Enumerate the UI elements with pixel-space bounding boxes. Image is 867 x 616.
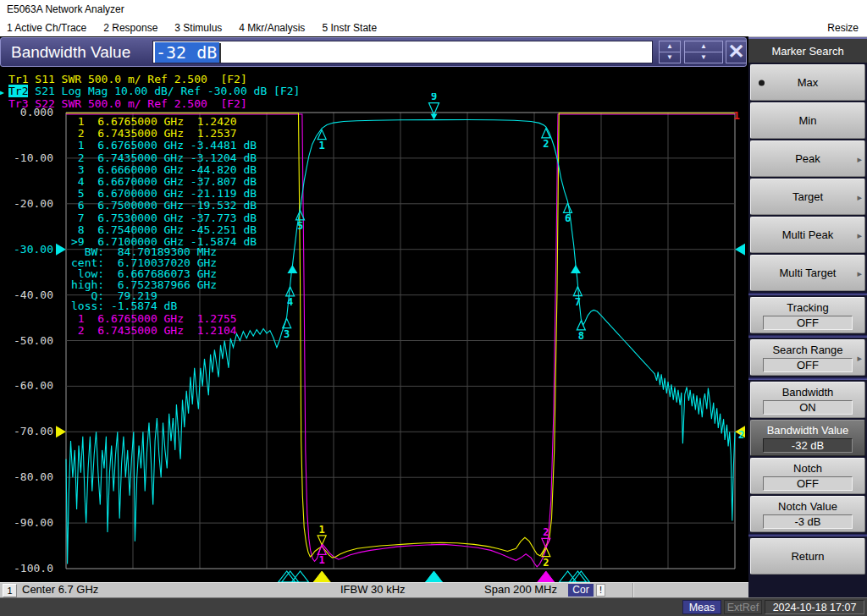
marker-number: 1 [71,140,85,151]
sidebar-button-notch[interactable]: NotchOFF [750,458,865,494]
marker-frequency: 6.7435000 GHz [97,127,184,140]
sidebar-button-notch-value[interactable]: Notch Value-3 dB [750,496,865,532]
sidebar-button-multi-peak[interactable]: Multi Peak▸ [750,217,865,253]
arrow-down-icon: ▼ [700,54,707,61]
y-axis-label: -30.00 [14,243,53,256]
marker-frequency: 6.7435000 GHz [97,151,184,164]
menu-item-2-response[interactable]: 2 Response [103,22,157,34]
marker-4[interactable]: 4 [286,287,295,308]
svg-text:9: 9 [431,93,437,102]
svg-text:1: 1 [319,140,325,151]
spinner-up-button[interactable]: ▲ [685,41,722,52]
marker-number: 1 [71,116,85,128]
menu-group-divider [748,377,867,380]
sidebar-button-return[interactable]: Return [750,538,865,575]
menu-item-4-mkr-analysis[interactable]: 4 Mkr/Analysis [239,22,305,34]
marker-row: 56.6700000 GHz-21.119 dB [71,188,257,200]
marker-frequency: 6.7500000 GHz [97,199,184,212]
sidebar-button-multi-target[interactable]: Multi Target▸ [750,255,865,291]
spinner-down-button[interactable]: ▼ [660,52,680,63]
marker-frequency: 6.7540000 GHz [97,223,184,236]
marker-row: 26.7435000 GHz 1.2537 [71,128,257,140]
bandwidth-row: loss: -1.5874 dB [71,301,217,312]
marker-frequency: 6.6670000 GHz [97,175,184,188]
button-label: Max [798,76,819,89]
svg-text:2: 2 [543,557,549,569]
marker-value: 1.2420 [191,115,237,128]
marker-value: 1.2755 [191,312,237,325]
marker-number: 5 [71,188,85,200]
softkey-menu: Marker Search MaxMinPeak▸Target▸Multi Pe… [748,37,867,597]
marker-number: 2 [71,128,85,140]
marker-frequency: 6.7435000 GHz [97,324,184,337]
menu-item-5-instr-state[interactable]: 5 Instr State [322,22,377,34]
button-label: Multi Target [780,267,837,279]
marker-frequency: 6.6660000 GHz [97,163,184,176]
marker-row: 16.6765000 GHz 1.2420 [71,116,257,128]
menu-bar: 1 Active Ch/Trace2 Response3 Stimulus4 M… [0,19,867,37]
button-label: Bandwidth [782,386,834,399]
sidebar-button-bandwidth[interactable]: BandwidthON [750,382,865,418]
svg-text:4: 4 [287,296,293,308]
button-label: Tracking [787,301,828,314]
y-axis-label: -50.00 [14,334,53,347]
sidebar-button-min[interactable]: Min [750,102,865,139]
svg-text:1: 1 [319,554,325,566]
submenu-arrow-icon: ▸ [857,267,862,278]
marker-1[interactable]: 1 [318,524,326,545]
softkey-menu-title: Marker Search [748,37,867,63]
marker-value: -45.251 dB [191,223,257,236]
marker-row: 26.7435000 GHz-3.1204 dB [71,152,257,164]
sidebar-button-peak[interactable]: Peak▸ [750,140,865,177]
analyzer-screen: Bandwidth Value -32 dB ▲ ▼ ▲ ▼ ✕ Tr1 S11… [0,36,748,582]
button-label: Return [791,550,824,563]
marker-number: 7 [71,212,85,224]
menu-item-3-stimulus[interactable]: 3 Stimulus [174,22,222,34]
sidebar-button-max[interactable]: Max [750,64,865,101]
marker-9-active[interactable]: 9 [429,93,439,120]
datetime-display: 2024-10-18 17:07 [765,600,864,614]
svg-text:2: 2 [543,138,549,150]
svg-text:7: 7 [575,296,581,308]
app-window: E5063A Network Analyzer 1 Active Ch/Trac… [0,0,867,616]
entry-value-input[interactable]: -32 dB [152,41,653,63]
statusbar-divider [632,583,634,598]
y-axis-label: -10.00 [14,151,53,164]
arrow-up-icon: ▲ [666,43,673,50]
marker-2[interactable]: 2 [542,526,550,547]
button-value: OFF [763,476,853,491]
marker-number: 4 [71,176,85,188]
close-icon: ✕ [727,40,744,63]
resize-button[interactable]: Resize [827,22,859,34]
marker-frequency: 6.6765000 GHz [97,139,184,151]
button-value: -32 dB [763,438,853,453]
y-axis-label: -60.00 [14,379,53,392]
menu-item-1-active-ch-trace[interactable]: 1 Active Ch/Trace [7,22,86,34]
marker-3[interactable]: 3 [283,319,291,340]
sidebar-button-tracking[interactable]: TrackingOFF [750,297,865,333]
entry-close-button[interactable]: ✕ [726,41,747,63]
submenu-arrow-icon: ▸ [857,352,862,363]
bandwidth-value: -1.5874 dB [104,300,177,312]
button-label: Min [799,114,817,127]
arrow-down-icon: ▼ [666,54,673,61]
bandwidth-cutoff-marker [571,265,581,273]
center-frequency-label: Center 6.7 GHz [22,583,98,596]
svg-text:1: 1 [319,524,325,536]
sidebar-button-bandwidth-value[interactable]: Bandwidth Value-32 dB [750,420,865,456]
marker-6[interactable]: 6 [564,203,572,224]
marker-frequency: 6.7530000 GHz [97,212,184,224]
marker-row: 66.7500000 GHz-19.532 dB [71,200,257,212]
arrow-up-icon: ▲ [700,43,707,50]
channel-indicator: 1 [733,109,740,122]
marker-row: 76.7530000 GHz-37.773 dB [71,212,257,224]
marker-value: 1.2537 [191,127,237,140]
spinner-down-button[interactable]: ▼ [685,52,722,63]
sidebar-button-target[interactable]: Target▸ [750,179,865,215]
submenu-arrow-icon: ▸ [857,229,862,240]
y-axis-label: -90.00 [14,516,53,529]
sidebar-button-search-range[interactable]: Search RangeOFF▸ [750,339,865,376]
trace-status-tr1[interactable]: Tr1 S11 SWR 500.0 m/ Ref 2.500 [F2] [8,74,300,85]
spinner-up-button[interactable]: ▲ [660,41,680,52]
marker-number: 2 [71,152,85,164]
